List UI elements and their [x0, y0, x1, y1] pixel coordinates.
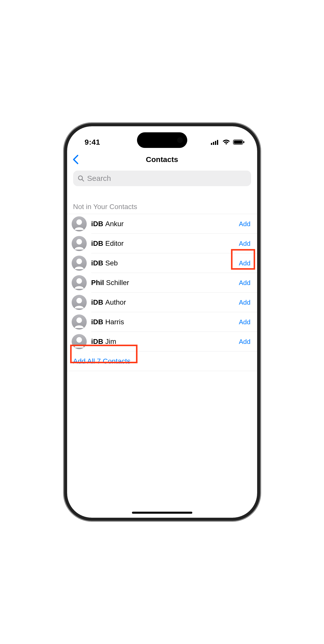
svg-point-13 — [76, 298, 82, 303]
svg-rect-6 — [243, 141, 244, 143]
add-button[interactable]: Add — [239, 259, 257, 267]
avatar-icon — [72, 334, 87, 349]
svg-point-12 — [76, 278, 82, 284]
contact-name: iDB Harris — [91, 318, 239, 326]
contact-row[interactable]: iDB Author Add — [67, 293, 257, 312]
screen: 9:41 — [67, 126, 257, 518]
avatar-icon — [72, 314, 87, 330]
svg-rect-3 — [217, 140, 218, 145]
contact-name: Phil Schiller — [91, 279, 239, 287]
contact-row[interactable]: iDB Jim Add — [67, 332, 257, 351]
svg-rect-5 — [234, 141, 242, 144]
add-button[interactable]: Add — [239, 338, 257, 346]
svg-point-14 — [76, 317, 82, 323]
nav-bar: Contacts — [67, 151, 257, 168]
contact-name: iDB Author — [91, 298, 239, 306]
contact-name: iDB Editor — [91, 239, 239, 248]
add-button[interactable]: Add — [239, 318, 257, 326]
battery-icon — [233, 139, 245, 145]
svg-point-10 — [76, 239, 82, 245]
footer-row: Add All 7 Contacts — [67, 351, 257, 371]
iphone-frame: 9:41 — [64, 123, 260, 521]
contact-row[interactable]: iDB Seb Add — [67, 253, 257, 273]
status-time: 9:41 — [67, 138, 100, 146]
svg-point-11 — [76, 259, 82, 264]
add-button[interactable]: Add — [239, 279, 257, 287]
dynamic-island — [137, 132, 187, 148]
contact-name: iDB Ankur — [91, 220, 239, 228]
back-button[interactable] — [72, 154, 79, 165]
avatar-icon — [72, 216, 87, 231]
search-icon — [78, 175, 84, 182]
add-button[interactable]: Add — [239, 220, 257, 228]
cellular-signal-icon — [211, 139, 219, 145]
search-input[interactable]: Search — [73, 171, 251, 186]
svg-line-8 — [82, 179, 84, 181]
svg-point-9 — [76, 219, 82, 225]
add-button[interactable]: Add — [239, 240, 257, 248]
avatar-icon — [72, 236, 87, 251]
add-button[interactable]: Add — [239, 299, 257, 306]
contacts-list: iDB Ankur Add iDB Editor Add — [67, 214, 257, 371]
svg-point-15 — [76, 337, 82, 343]
home-indicator[interactable] — [132, 512, 192, 514]
wifi-icon — [222, 139, 230, 145]
contact-row[interactable]: iDB Harris Add — [67, 312, 257, 332]
contact-row[interactable]: iDB Editor Add — [67, 234, 257, 253]
contact-name: iDB Seb — [91, 259, 239, 267]
contact-name: iDB Jim — [91, 338, 239, 346]
avatar-icon — [72, 295, 87, 310]
section-header: Not in Your Contacts — [67, 192, 257, 214]
avatar-icon — [72, 275, 87, 290]
svg-rect-1 — [213, 142, 214, 145]
nav-title: Contacts — [146, 155, 178, 164]
svg-rect-2 — [215, 141, 216, 145]
avatar-icon — [72, 256, 87, 271]
add-all-button[interactable]: Add All 7 Contacts — [73, 357, 131, 365]
search-placeholder: Search — [87, 174, 111, 183]
contact-row[interactable]: Phil Schiller Add — [67, 273, 257, 293]
contact-row[interactable]: iDB Ankur Add — [67, 214, 257, 234]
svg-rect-0 — [211, 143, 212, 145]
